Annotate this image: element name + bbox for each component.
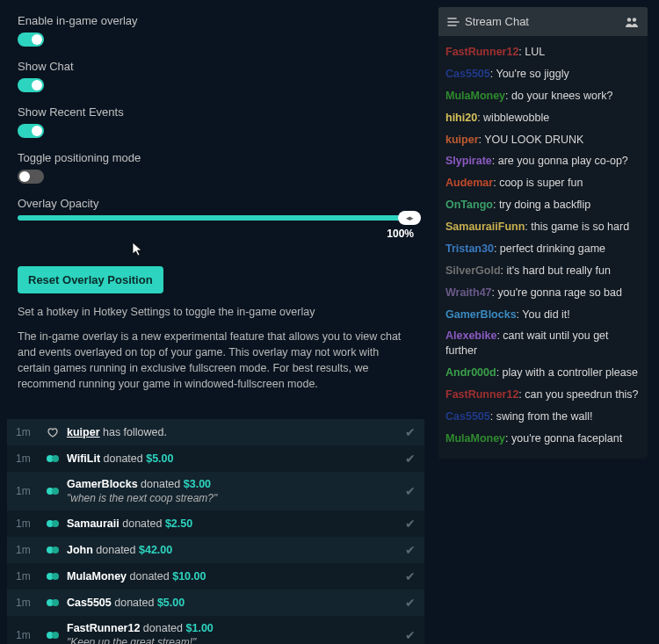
follow-icon [46,426,60,438]
svg-point-9 [52,573,59,580]
event-row[interactable]: 1mWifiLit donated $5.00✔ [7,445,424,472]
opacity-slider[interactable]: ◂▸ [18,215,414,221]
setting-label: Show Recent Events [18,105,414,119]
chat-message: : you're gonna rage so bad [492,286,622,299]
svg-point-5 [52,520,59,527]
chat-username[interactable]: Wraith47 [445,286,492,299]
event-message: "when is the next coop stream?" [67,492,405,504]
event-row[interactable]: 1mJohn donated $42.00✔ [7,537,424,563]
chat-line: Tristan30: perfect drinking game [445,238,641,260]
chat-username[interactable]: Cas5505 [445,410,490,423]
chat-username[interactable]: MulaMoney [445,90,505,102]
chat-line: Andr000d: play with a controller please [445,362,641,384]
chat-line: kuiper: YOU LOOK DRUNK [445,129,641,151]
toggle-enable-overlay[interactable] [18,33,44,47]
setting-label: Toggle positioning mode [18,151,414,164]
event-row[interactable]: 1mCas5505 donated $5.00✔ [7,590,424,616]
chat-username[interactable]: Slypirate [445,155,492,167]
chat-line: FastRunner12: can you speedrun this? [445,384,641,406]
chat-message: : You did it! [517,308,570,321]
event-user: WifiLit [67,452,100,465]
chat-line: SilverGold: it's hard but really fun [445,260,641,282]
check-icon[interactable]: ✔ [405,596,416,610]
event-body: GamerBlocks donated $3.00"when is the ne… [67,478,405,504]
chat-line: Slypirate: are you gonna play co-op? [445,150,641,172]
chat-message: : perfect drinking game [494,242,605,255]
chat-line: Cas5505: You're so jiggly [445,63,641,85]
chat-username[interactable]: OnTango [445,199,493,211]
svg-point-7 [52,546,59,554]
event-time: 1m [16,570,46,582]
chat-username[interactable]: Cas5505 [445,68,490,80]
check-icon[interactable]: ✔ [405,425,416,439]
event-time: 1m [16,544,46,556]
chat-username[interactable]: Audemar [445,177,493,189]
chat-line: MulaMoney: you're gonna faceplant [445,428,641,450]
chat-username[interactable]: FastRunner12 [445,46,518,58]
donation-icon [46,544,60,556]
event-row[interactable]: 1mFastRunner12 donated $1.00"Keep up the… [7,616,424,645]
chat-username[interactable]: kuiper [445,134,479,146]
check-icon[interactable]: ✔ [405,484,416,498]
toggle-show-chat[interactable] [18,78,44,92]
chat-username[interactable]: hihi20 [445,112,477,124]
chat-line: OnTango: try doing a backflip [445,194,641,216]
chat-message: : YOU LOOK DRUNK [479,134,584,146]
slider-thumb[interactable]: ◂▸ [398,211,421,225]
svg-point-1 [52,455,59,462]
recent-events-list: 1mkuiper has followed.✔1mWifiLit donated… [7,419,424,645]
donation-icon [46,629,60,641]
viewers-icon[interactable] [625,17,639,27]
chat-message: : are you gonna play co-op? [492,155,628,167]
chat-message: : wibblewobble [477,112,549,124]
event-user: John [67,544,93,556]
chat-message: : can you speedrun this? [518,388,638,401]
chat-message: : do your knees work? [505,90,612,102]
event-message: "Keep up the great stream!" [67,636,405,645]
setting-enable-overlay: Enable in-game overlay [18,14,414,49]
donation-icon [46,485,60,497]
event-user: Samauraii [67,517,119,530]
toggle-positioning-mode[interactable] [18,170,44,184]
toggle-recent-events[interactable] [18,124,44,138]
chat-username[interactable]: SilverGold [445,264,501,277]
donation-icon [46,452,60,465]
chat-username[interactable]: Alexebike [445,329,496,342]
chat-line: MulaMoney: do your knees work? [445,85,641,107]
setting-overlay-opacity: Overlay Opacity ◂▸ 100% [18,197,414,240]
event-row[interactable]: 1mSamauraii donated $2.50✔ [7,510,424,537]
event-amount: $5.00 [157,597,185,609]
check-icon[interactable]: ✔ [405,543,416,557]
chat-username[interactable]: SamauraiiFunn [445,221,525,233]
chat-username[interactable]: Andr000d [445,366,496,379]
event-time: 1m [16,629,46,641]
chat-username[interactable]: FastRunner12 [445,388,518,401]
chat-username[interactable]: MulaMoney [445,432,505,445]
donation-icon [46,597,60,609]
event-amount: $2.50 [165,517,192,530]
reset-overlay-button[interactable]: Reset Overlay Position [18,266,163,293]
donation-icon [46,517,60,530]
svg-point-11 [52,599,59,606]
chat-line: Cas5505: swing from the wall! [445,406,641,428]
chat-message: : coop is super fun [493,177,583,189]
hotkey-note: Set a hotkey in Hotkey Settings to toggl… [18,306,414,318]
event-row[interactable]: 1mMulaMoney donated $10.00✔ [7,563,424,590]
chat-username[interactable]: Tristan30 [445,242,494,255]
chat-line: GamerBlocks: You did it! [445,304,641,326]
chat-message: : play with a controller please [496,366,638,379]
chat-message: : it's hard but really fun [501,264,611,277]
check-icon[interactable]: ✔ [405,628,416,642]
chat-message: : this game is so hard [525,221,629,233]
event-amount: $42.00 [139,544,172,556]
overlay-settings-panel: Enable in-game overlay Show Chat Show Re… [7,7,424,407]
check-icon[interactable]: ✔ [405,452,416,466]
event-row[interactable]: 1mkuiper has followed.✔ [7,419,424,445]
setting-positioning-mode: Toggle positioning mode [18,151,414,186]
check-icon[interactable]: ✔ [405,569,416,583]
check-icon[interactable]: ✔ [405,517,416,531]
event-row[interactable]: 1mGamerBlocks donated $3.00"when is the … [7,472,424,510]
event-amount: $5.00 [146,452,173,465]
event-user: MulaMoney [67,570,127,582]
chat-username[interactable]: GamerBlocks [445,308,517,321]
